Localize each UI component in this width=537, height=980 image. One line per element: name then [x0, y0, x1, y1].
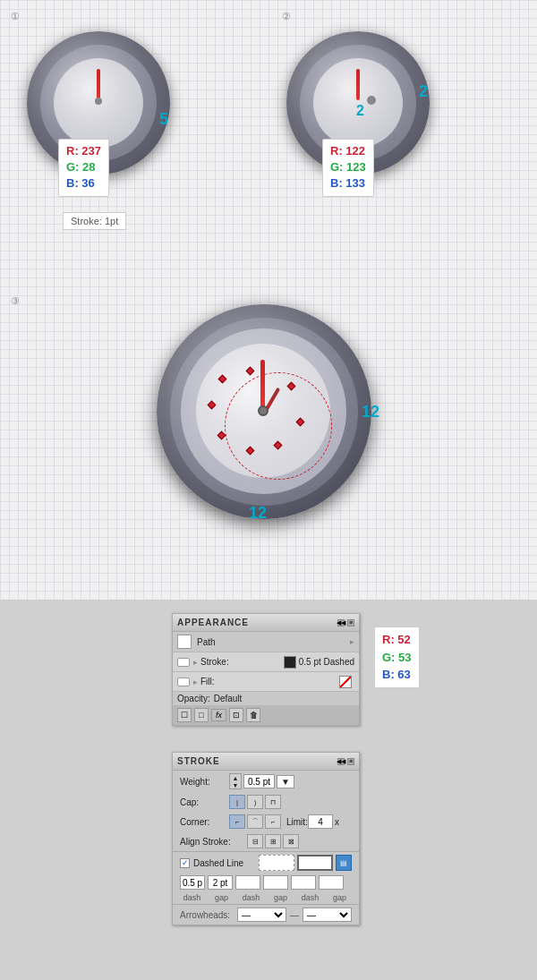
- cap-control: | ) ⊓: [229, 795, 281, 809]
- knob3-outer[interactable]: [157, 304, 371, 519]
- gap-label-3: gap: [328, 893, 352, 902]
- section2-num: ②: [282, 11, 291, 22]
- knob2-label-right: 2: [419, 82, 428, 101]
- stroke-title-bar: STROKE ◀◀ ≡: [173, 753, 359, 771]
- cap-row: Cap: | ) ⊓: [173, 792, 359, 812]
- gap3-input[interactable]: [319, 875, 344, 890]
- corner-round-btn[interactable]: ⌒: [247, 814, 263, 829]
- arrowheads-label: Arrowheads:: [180, 910, 237, 920]
- knob3-hand-main: [260, 360, 265, 409]
- dashed-option-btn[interactable]: ▤: [336, 855, 352, 871]
- arrowhead-end-select[interactable]: —: [303, 908, 352, 922]
- appearance-title-bar: APPEARANCE ◀◀ ≡: [173, 614, 359, 632]
- weight-spinner[interactable]: ▲ ▼: [229, 773, 242, 789]
- anchor-top[interactable]: [246, 367, 255, 376]
- limit-label: Limit:: [286, 817, 308, 827]
- limit-input[interactable]: [308, 814, 333, 829]
- cap-butt-btn[interactable]: |: [229, 795, 245, 809]
- app-b: B: 63: [382, 666, 412, 684]
- weight-up-arrow[interactable]: ▲: [230, 774, 241, 781]
- dash1-input[interactable]: [180, 875, 205, 890]
- dashed-label: Dashed Line: [193, 858, 259, 868]
- stroke-collapse-btn[interactable]: ◀◀: [337, 758, 345, 765]
- opacity-row: Opacity: Default: [173, 692, 359, 705]
- weight-down-arrow[interactable]: ▼: [230, 781, 241, 788]
- knob3-label-bottom: 12: [249, 504, 267, 523]
- stroke-visibility-eye[interactable]: [177, 658, 190, 667]
- align-center-btn[interactable]: ⊟: [247, 834, 263, 848]
- dashed-preview1: [259, 855, 294, 871]
- corner-miter-btn[interactable]: ⌐: [229, 814, 245, 829]
- stroke-color-swatch[interactable]: [284, 656, 296, 669]
- dashed-option-icon: ▤: [340, 859, 347, 867]
- dash3-input[interactable]: [291, 875, 316, 890]
- opacity-value: Default: [214, 694, 243, 703]
- knob1-b: B: 36: [66, 175, 101, 192]
- appearance-new-layer-btn[interactable]: ☐: [177, 708, 192, 722]
- corner-bevel-btn[interactable]: ⌐: [265, 814, 281, 829]
- weight-dropdown-arrow: ▼: [281, 777, 290, 787]
- weight-dropdown[interactable]: ▼: [277, 775, 294, 788]
- arrowheads-row: Arrowheads: — — —: [173, 905, 359, 925]
- path-expand-arrow[interactable]: ▸: [350, 637, 354, 646]
- knob3-ring: [170, 318, 358, 506]
- app-g: G: 53: [382, 649, 412, 667]
- knob1-r: R: 237: [66, 143, 101, 159]
- knob3-label-right: 12: [362, 403, 379, 422]
- dash-gap-labels: dash gap dash gap dash gap: [173, 891, 359, 904]
- weight-input[interactable]: [243, 774, 275, 788]
- stroke-row: ▸ Stroke: 0.5 pt Dashed: [173, 652, 359, 672]
- arrowhead-separator: —: [290, 910, 299, 920]
- stroke-panel: STROKE ◀◀ ≡ Weight: ▲ ▼ ▼ Cap: | ) ⊓ Co: [172, 752, 360, 925]
- align-inside-btn[interactable]: ⊞: [265, 834, 281, 848]
- cap-round-btn[interactable]: ): [247, 795, 263, 809]
- fill-color-swatch[interactable]: [339, 676, 352, 688]
- appearance-fx-btn[interactable]: fx: [211, 709, 226, 721]
- appearance-square-btn[interactable]: □: [194, 708, 209, 722]
- appearance-menu-btn[interactable]: ≡: [347, 619, 354, 626]
- stroke-panel-controls: ◀◀ ≡: [337, 758, 354, 765]
- weight-row: Weight: ▲ ▼ ▼: [173, 771, 359, 792]
- stroke-expand-arrow[interactable]: ▸: [193, 658, 198, 667]
- dashed-preview2[interactable]: [297, 855, 333, 871]
- x-label: x: [335, 817, 339, 827]
- dash2-input[interactable]: [235, 875, 260, 890]
- path-label: Path: [197, 637, 350, 647]
- dashed-checkmark: ✓: [182, 858, 189, 867]
- section1-num: ①: [11, 11, 20, 22]
- align-outside-btn[interactable]: ⊠: [283, 834, 299, 848]
- fill-row: ▸ Fill:: [173, 672, 359, 692]
- fill-expand-arrow[interactable]: ▸: [193, 677, 198, 686]
- dash-label-1: dash: [180, 893, 204, 902]
- gap-label-1: gap: [209, 893, 234, 902]
- knob1-label: 5: [159, 110, 168, 129]
- knob3-middle: [181, 328, 346, 494]
- fill-label: Fill:: [200, 677, 337, 686]
- corner-label: Corner:: [180, 817, 229, 827]
- corner-row: Corner: ⌐ ⌒ ⌐ Limit: x: [173, 812, 359, 831]
- gap1-input[interactable]: [208, 875, 233, 890]
- anchor-left[interactable]: [208, 401, 217, 410]
- gap-label-2: gap: [268, 893, 293, 902]
- appearance-collapse-btn[interactable]: ◀◀: [337, 619, 345, 626]
- stroke-title: STROKE: [177, 756, 220, 766]
- align-control: ⊟ ⊞ ⊠: [247, 834, 299, 848]
- knob3-center-dot: [258, 405, 268, 416]
- anchor-left-top[interactable]: [218, 375, 227, 384]
- arrowhead-start-select[interactable]: —: [237, 908, 286, 922]
- appearance-dup-btn[interactable]: ⊡: [229, 708, 243, 722]
- cap-label: Cap:: [180, 797, 229, 807]
- dash-label-3: dash: [298, 893, 322, 902]
- cap-square-btn[interactable]: ⊓: [265, 795, 281, 809]
- knob1-stroke-label: Stroke: 1pt: [63, 212, 126, 230]
- appearance-title: APPEARANCE: [177, 618, 249, 627]
- fill-visibility-eye[interactable]: [177, 677, 190, 686]
- appearance-delete-btn[interactable]: 🗑: [246, 708, 260, 722]
- appearance-panel: APPEARANCE ◀◀ ≡ Path ▸ ▸ Stroke: 0.5 pt …: [172, 613, 360, 726]
- knob1-inner: [54, 58, 143, 148]
- weight-label: Weight:: [180, 777, 229, 787]
- dashed-checkbox[interactable]: ✓: [180, 858, 190, 868]
- stroke-menu-btn[interactable]: ≡: [347, 758, 354, 765]
- knob2-label-bottom: 2: [356, 103, 364, 119]
- gap2-input[interactable]: [263, 875, 288, 890]
